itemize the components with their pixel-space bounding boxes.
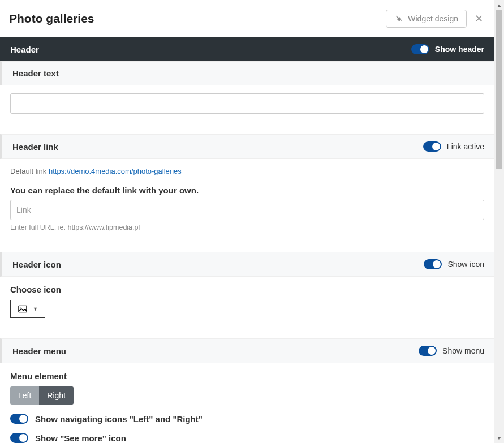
menu-element-label: Menu element [10, 371, 484, 381]
scrollbar-up-icon[interactable]: ▲ [494, 0, 504, 10]
default-link-url[interactable]: https://demo.4media.com/photo-galleries [49, 167, 182, 175]
header-link-title: Header link [12, 142, 58, 152]
menu-position-right[interactable]: Right [39, 386, 74, 405]
paint-bucket-icon [394, 14, 403, 23]
show-header-toggle[interactable] [411, 44, 429, 54]
link-active-toggle[interactable] [423, 141, 441, 152]
page-header: Photo galleries Widget design ✕ [0, 0, 494, 37]
link-active-toggle-wrap: Link active [423, 141, 484, 152]
close-icon[interactable]: ✕ [475, 12, 483, 25]
default-link-row: Default link https://demo.4media.com/pho… [10, 167, 484, 175]
svg-rect-0 [19, 306, 27, 312]
widget-design-button[interactable]: Widget design [386, 10, 467, 28]
link-input[interactable] [10, 200, 484, 220]
header-menu-title: Header menu [12, 346, 66, 356]
scrollbar[interactable]: ▲ ▼ [494, 0, 504, 443]
show-header-label: Show header [435, 45, 484, 54]
header-icon-section: Header icon Show icon [0, 252, 494, 277]
header-menu-body: Menu element Left Right Show navigating … [0, 363, 494, 443]
section-header-title: Header [10, 45, 39, 54]
show-see-more-row: Show "See more" icon [10, 433, 484, 443]
replace-link-label: You can replace the default link with yo… [10, 186, 484, 195]
choose-icon-label: Choose icon [10, 285, 484, 294]
scrollbar-thumb[interactable] [496, 10, 502, 169]
show-header-toggle-wrap: Show header [411, 44, 484, 54]
top-actions: Widget design ✕ [386, 10, 483, 28]
header-text-input[interactable] [10, 93, 484, 114]
show-nav-icons-toggle[interactable] [10, 414, 28, 424]
header-text-body [0, 85, 494, 122]
widget-design-label: Widget design [408, 14, 458, 23]
header-link-section: Header link Link active [0, 134, 494, 159]
header-text-section: Header text [0, 61, 494, 85]
show-icon-toggle-wrap: Show icon [424, 259, 484, 269]
section-header: Header Show header [0, 37, 494, 61]
show-nav-icons-row: Show navigating icons "Left" and "Right" [10, 414, 484, 424]
scrollbar-down-icon[interactable]: ▼ [494, 433, 504, 443]
page-title: Photo galleries [9, 12, 94, 25]
image-icon [18, 305, 28, 313]
caret-down-icon: ▼ [33, 306, 38, 312]
show-icon-label: Show icon [447, 260, 484, 269]
show-menu-toggle[interactable] [419, 346, 437, 356]
link-hint: Enter full URL, ie. https://www.tipmedia… [10, 223, 484, 231]
menu-position-left[interactable]: Left [10, 386, 39, 405]
show-nav-icons-label: Show navigating icons "Left" and "Right" [35, 414, 203, 424]
show-see-more-label: Show "See more" icon [35, 433, 126, 443]
show-icon-toggle[interactable] [424, 259, 442, 269]
show-menu-label: Show menu [442, 346, 484, 355]
header-icon-body: Choose icon ▼ [0, 277, 494, 326]
show-menu-toggle-wrap: Show menu [419, 346, 484, 356]
menu-element-segmented: Left Right [10, 386, 74, 405]
default-link-prefix: Default link [10, 167, 49, 175]
header-text-title: Header text [12, 68, 59, 78]
header-link-body: Default link https://demo.4media.com/pho… [0, 159, 494, 239]
show-see-more-toggle[interactable] [10, 433, 28, 443]
header-icon-title: Header icon [12, 260, 61, 269]
link-active-label: Link active [447, 142, 484, 151]
icon-picker-button[interactable]: ▼ [10, 300, 45, 318]
header-menu-section: Header menu Show menu [0, 338, 494, 363]
